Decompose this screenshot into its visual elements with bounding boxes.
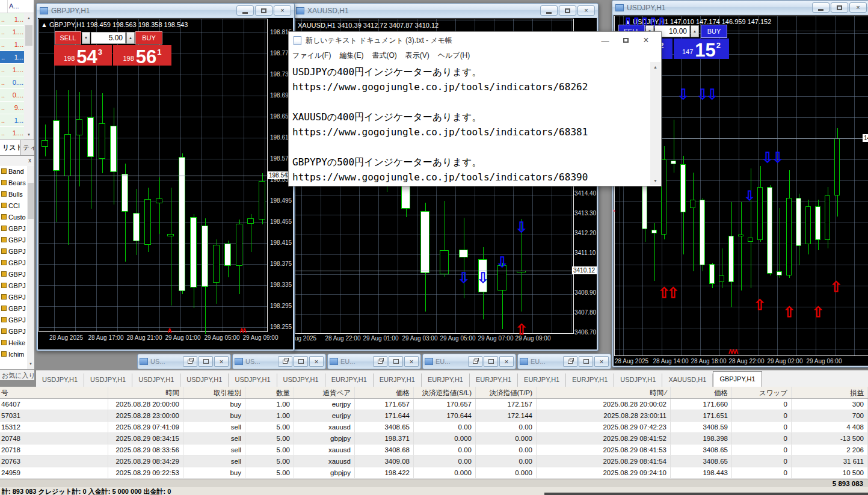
market-watch-row[interactable]: ..1....	[0, 64, 25, 76]
titlebar-usdjpy[interactable]: USDJPY,H1 ×	[612, 1, 868, 14]
chart-tab-gbpjpyh1-14[interactable]: GBPJPY,H1	[713, 371, 762, 387]
chart-tab-eurjpyh1-6[interactable]: EURJPY,H1	[325, 374, 374, 387]
close-button[interactable]: ×	[404, 356, 419, 367]
chart-tab-usdjpyh1-12[interactable]: USDJPY,H1	[614, 374, 662, 387]
market-watch-row[interactable]: ..1...	[0, 114, 25, 127]
scroll-down-icon[interactable]: ▼	[27, 359, 34, 369]
notepad-titlebar[interactable]: 新しいテキスト ドキュメント (3).txt - メモ帳 — ×	[289, 32, 661, 49]
column-header[interactable]: 数量	[245, 387, 294, 398]
restore-button[interactable]	[373, 356, 387, 367]
minimized-window-2[interactable]: EU...×	[327, 354, 421, 369]
column-header[interactable]: 取引種別	[183, 387, 245, 398]
table-row[interactable]: 153122025.08.29 07:41:09sell5.00xauusd34…	[0, 422, 868, 433]
restore-button[interactable]	[468, 356, 482, 367]
market-watch-tab-list[interactable]: リスト	[0, 140, 20, 155]
chart-tab-xauusdh1-13[interactable]: XAUUSD,H1	[662, 374, 713, 387]
notepad-menu-item[interactable]: ファイル(F)	[292, 51, 331, 61]
column-header[interactable]: 号	[0, 387, 108, 398]
volume-increase-button[interactable]: ▲	[691, 25, 699, 37]
maximize-button[interactable]	[389, 356, 403, 367]
titlebar-gbpjpy[interactable]: GBPJPY,H1 ×	[37, 4, 294, 17]
chart-tab-eurjpyh1-8[interactable]: EURJPY,H1	[422, 374, 470, 387]
chart-tab-eurjpyh1-11[interactable]: EURJPY,H1	[566, 374, 614, 387]
market-watch-row[interactable]: ..0....	[0, 89, 25, 102]
scroll-up-icon[interactable]: ▲	[650, 62, 660, 72]
market-watch-header[interactable]: A...	[0, 0, 34, 13]
maximize-button[interactable]	[199, 356, 213, 367]
close-button[interactable]: ×	[577, 5, 595, 16]
buy-price[interactable]: 198561	[113, 45, 171, 66]
scroll-down-icon[interactable]: ▼	[650, 176, 660, 185]
navigator-scrollbar[interactable]: ▼	[27, 166, 34, 369]
table-row[interactable]: 207182025.08.29 08:33:56sell5.00xauusd34…	[0, 444, 868, 456]
maximize-button[interactable]	[579, 356, 593, 367]
close-button[interactable]: ×	[309, 356, 324, 367]
column-header[interactable]: 通貨ペア	[294, 387, 355, 398]
favorites-tab[interactable]: お気に入り	[0, 369, 34, 380]
chart-tab-usdjpyh1-2[interactable]: USDJPY,H1	[132, 374, 180, 387]
maximize-button[interactable]	[255, 5, 272, 16]
column-header[interactable]: 時間	[108, 387, 183, 398]
table-row[interactable]: 464072025.08.28 20:00:00buy1.00eurjpy171…	[0, 399, 868, 410]
market-watch-row[interactable]: ..1....	[0, 127, 25, 140]
buy-price[interactable]: 147152	[674, 38, 729, 59]
minimize-button[interactable]	[540, 5, 558, 16]
chart-gbpjpy[interactable]: ▲ GBPJPY,H1 198.459 198.563 198.358 198.…	[38, 18, 293, 349]
restore-button[interactable]	[183, 356, 197, 367]
market-watch-row[interactable]: ..0....	[0, 76, 25, 89]
chart-tab-usdjpyh1-1[interactable]: USDJPY,H1	[84, 374, 132, 387]
window-gbpjpy[interactable]: GBPJPY,H1 × ▲ GBPJPY,H1 198.459 198.563 …	[36, 3, 295, 351]
close-button[interactable]: ×	[636, 33, 656, 48]
close-button[interactable]: ×	[594, 356, 609, 367]
maximize-button[interactable]	[484, 356, 498, 367]
table-row[interactable]: 207632025.08.29 08:34:29sell5.00xauusd34…	[0, 456, 868, 467]
table-row[interactable]: 249592025.08.29 09:22:53buy5.00gbpjpy198…	[0, 467, 868, 479]
notepad-text-area[interactable]: USDJPYの400円インジケーターあります。https://www.gogoj…	[289, 62, 650, 185]
maximize-button[interactable]	[559, 5, 576, 16]
table-row[interactable]: 207482025.08.29 08:34:15sell5.00gbpjpy19…	[0, 433, 868, 444]
scroll-up-icon[interactable]: ▲	[24, 13, 34, 23]
column-header[interactable]: 決済逆指値(S/L)	[414, 387, 476, 398]
minimize-button[interactable]	[812, 2, 830, 13]
close-button[interactable]: ×	[214, 356, 229, 367]
chart-tab-usdjpyh1-0[interactable]: USDJPY,H1	[36, 374, 84, 387]
column-header[interactable]: スワップ	[732, 387, 792, 398]
chart-tab-usdjpyh1-3[interactable]: USDJPY,H1	[180, 374, 229, 387]
market-watch-tab-tick[interactable]: ティ	[20, 140, 34, 155]
column-header[interactable]: 価格	[355, 387, 414, 398]
chart-tab-eurjpyh1-7[interactable]: EURJPY,H1	[374, 374, 422, 387]
market-watch-row[interactable]: ..1...	[0, 51, 25, 64]
minimized-window-3[interactable]: EU...×	[422, 354, 516, 369]
volume-input[interactable]	[91, 32, 126, 44]
chart-tab-eurjpyh1-10[interactable]: EURJPY,H1	[518, 374, 566, 387]
chart-tab-usdjpyh1-4[interactable]: USDJPY,H1	[229, 374, 277, 387]
notepad-window[interactable]: 新しいテキスト ドキュメント (3).txt - メモ帳 — × ファイル(F)…	[288, 31, 662, 186]
column-header[interactable]: 時間 ∕	[537, 387, 671, 398]
table-row[interactable]: 570312025.08.28 23:00:00buy1.00eurjpy171…	[0, 410, 868, 422]
chart-tab-usdjpyh1-5[interactable]: USDJPY,H1	[277, 374, 325, 387]
maximize-button[interactable]	[831, 2, 848, 13]
market-watch-row[interactable]: ..1....	[0, 26, 25, 38]
notepad-menu-item[interactable]: 編集(E)	[339, 51, 363, 61]
column-header[interactable]: 価格	[671, 387, 732, 398]
ask-column-header[interactable]: A...	[7, 0, 34, 13]
notepad-menu-item[interactable]: 表示(V)	[405, 51, 429, 61]
close-button[interactable]: ×	[274, 5, 291, 16]
scrollbar-thumb[interactable]	[28, 183, 34, 219]
restore-button[interactable]	[563, 356, 577, 367]
market-watch-scrollbar[interactable]: ▲ ▼	[24, 13, 34, 140]
maximize-button[interactable]	[294, 356, 308, 367]
notepad-menu-item[interactable]: ヘルプ(H)	[438, 51, 470, 61]
buy-button[interactable]: BUY	[135, 31, 162, 45]
close-button[interactable]: ×	[499, 356, 514, 367]
volume-decrease-button[interactable]: ▼	[82, 32, 90, 44]
market-watch-row[interactable]: ..1...	[0, 13, 25, 26]
minimize-button[interactable]	[236, 5, 254, 16]
market-watch-row[interactable]: ..9...	[0, 102, 25, 114]
horizontal-scrollbar-thumb[interactable]	[544, 493, 868, 495]
scroll-down-icon[interactable]: ▼	[24, 130, 34, 140]
sell-button[interactable]: SELL	[55, 31, 81, 45]
column-header[interactable]: 決済指値(T/P)	[476, 387, 537, 398]
volume-increase-button[interactable]: ▲	[126, 32, 135, 44]
column-header[interactable]: 損益	[792, 387, 868, 398]
